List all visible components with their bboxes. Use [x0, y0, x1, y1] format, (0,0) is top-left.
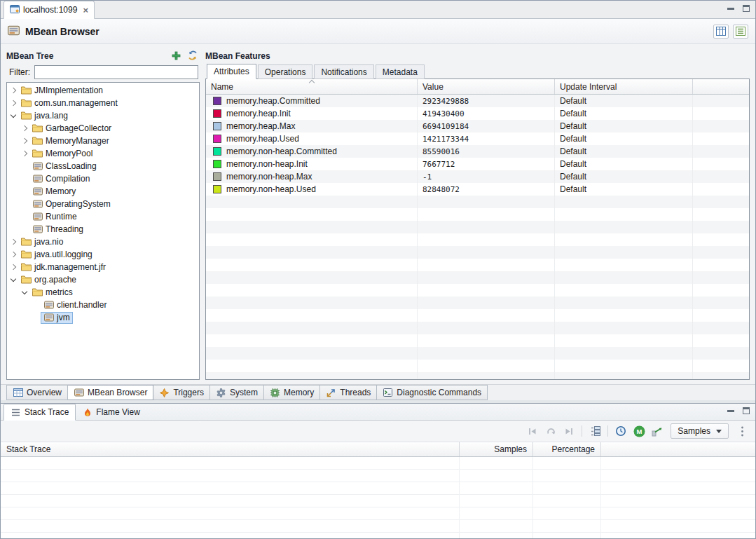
grid-view-icon[interactable] [713, 25, 729, 39]
expand-icon[interactable] [8, 252, 18, 257]
tree-item-com-sun-management[interactable]: com.sun.management [7, 97, 199, 109]
view-tab-triggers[interactable]: Triggers [153, 385, 210, 400]
collapse-icon[interactable] [8, 279, 18, 281]
tree-item-memorymanager[interactable]: MemoryManager [7, 135, 199, 147]
tree-item-org-apache[interactable]: org.apache [7, 273, 199, 286]
attribute-value: 7667712 [418, 158, 555, 170]
expand-icon[interactable] [20, 151, 29, 156]
stack-trace-tabbar: Stack TraceFlame View [1, 404, 755, 421]
tree-item-label: MemoryPool [46, 149, 92, 158]
expand-icon[interactable] [8, 101, 18, 105]
view-tab-memory[interactable]: Memory [264, 385, 320, 400]
tab-notifications[interactable]: Notifications [314, 64, 373, 79]
folder-icon [21, 263, 32, 271]
tree-item-threading[interactable]: Threading [7, 223, 199, 236]
minimize-icon[interactable] [727, 5, 734, 12]
maximize-icon[interactable] [743, 5, 750, 12]
tab-metadata[interactable]: Metadata [376, 64, 425, 79]
attribute-row[interactable]: memory.non-heap.Used82848072Default [206, 183, 749, 196]
connection-tab[interactable]: localhost:1099 × [4, 1, 95, 19]
expand-icon[interactable] [20, 139, 29, 143]
trace-navigate-icon[interactable] [650, 423, 665, 439]
tree-layout-icon[interactable] [587, 423, 603, 439]
tree-item-memory[interactable]: Memory [7, 185, 199, 198]
attributes-table-body[interactable]: memory.heap.Committed2923429888Defaultme… [206, 95, 749, 379]
column-header-percentage[interactable]: Percentage [533, 442, 601, 456]
attribute-row[interactable]: memory.heap.Committed2923429888Default [206, 95, 749, 107]
tab-stack-trace[interactable]: Stack Trace [4, 404, 76, 421]
view-tab-diagnostic-commands[interactable]: Diagnostic Commands [377, 385, 488, 400]
tree-item-classloading[interactable]: ClassLoading [7, 160, 199, 172]
collapse-icon[interactable] [8, 115, 18, 117]
attribute-row[interactable]: memory.non-heap.Init7667712Default [206, 158, 749, 170]
tree-item-jdk-management-jfr[interactable]: jdk.management.jfr [7, 261, 199, 273]
maximize-icon[interactable] [743, 407, 750, 414]
column-header-stack-trace[interactable]: Stack Trace [1, 442, 460, 456]
jump-next-icon[interactable] [561, 423, 577, 439]
attribute-name: memory.heap.Committed [226, 96, 320, 106]
tree-item-java-lang[interactable]: java.lang [7, 109, 199, 122]
tree-item-jvm[interactable]: jvm [7, 311, 199, 324]
tab-attributes[interactable]: Attributes [207, 64, 256, 79]
method-profiling-icon[interactable]: M [631, 423, 647, 439]
filter-row: Filter: [6, 64, 200, 82]
color-swatch [213, 160, 221, 168]
add-icon[interactable] [170, 50, 181, 61]
collapse-icon[interactable] [20, 292, 29, 294]
tab-flame-view[interactable]: Flame View [76, 404, 146, 421]
tree-item-client-handler[interactable]: client.handler [7, 299, 199, 311]
main-area: MBean Tree Filter: JMImplementationcom.s… [1, 44, 755, 384]
tree-item-compilation[interactable]: Compilation [7, 172, 199, 185]
expand-icon[interactable] [8, 88, 18, 93]
column-header-name[interactable]: Name [206, 79, 418, 94]
view-tab-system[interactable]: System [210, 385, 264, 400]
jump-previous-icon[interactable] [525, 423, 540, 439]
expand-icon[interactable] [8, 265, 18, 269]
tree-item-runtime[interactable]: Runtime [7, 210, 199, 223]
attribute-value: 82848072 [418, 183, 555, 196]
attribute-row[interactable]: memory.heap.Used1421173344Default [206, 132, 749, 145]
tree-item-label: Compilation [46, 174, 90, 184]
attribute-row[interactable]: memory.heap.Init419430400Default [206, 107, 749, 120]
clock-icon[interactable] [613, 423, 628, 439]
refresh-icon[interactable] [187, 50, 198, 61]
attribute-row[interactable]: memory.non-heap.Max-1Default [206, 170, 749, 183]
memory-icon [270, 388, 280, 397]
tree-item-java-nio[interactable]: java.nio [7, 236, 199, 248]
console-icon [10, 5, 20, 15]
view-tab-threads[interactable]: Threads [320, 385, 377, 400]
tree-item-jmimplementation[interactable]: JMImplementation [7, 84, 199, 97]
column-header-update-interval[interactable]: Update Interval [555, 79, 693, 94]
column-header-value[interactable]: Value [418, 79, 555, 94]
tree-item-java-util-logging[interactable]: java.util.logging [7, 248, 199, 261]
tree-item-metrics[interactable]: metrics [7, 286, 199, 299]
overflow-menu-icon[interactable] [734, 423, 750, 439]
list-view-icon[interactable] [733, 25, 748, 39]
close-icon[interactable]: × [83, 6, 88, 15]
tree-item-operatingsystem[interactable]: OperatingSystem [7, 198, 199, 210]
tree-item-label: MemoryManager [46, 136, 109, 146]
stack-trace-table-body[interactable] [1, 457, 755, 538]
expand-icon[interactable] [8, 240, 18, 244]
expand-icon[interactable] [20, 126, 29, 130]
empty-row [206, 259, 749, 271]
attribute-row[interactable]: memory.non-heap.Committed85590016Default [206, 145, 749, 158]
view-tab-label: Diagnostic Commands [397, 388, 481, 397]
minimize-icon[interactable] [727, 407, 734, 414]
column-header-samples[interactable]: Samples [460, 442, 533, 456]
mbean-tree[interactable]: JMImplementationcom.sun.managementjava.l… [6, 82, 200, 380]
empty-row [1, 482, 755, 495]
attribute-row[interactable]: memory.heap.Max6694109184Default [206, 120, 749, 132]
tab-operations[interactable]: Operations [258, 64, 313, 79]
stack-trace-toolbar: MSamples [1, 421, 755, 442]
view-tab-mbean-browser[interactable]: MBean Browser [68, 385, 153, 400]
samples-dropdown[interactable]: Samples [671, 423, 729, 439]
page-header: MBean Browser [1, 19, 755, 44]
list-icon [11, 409, 21, 416]
mbean-tree-title: MBean Tree [6, 51, 53, 61]
tree-item-memorypool[interactable]: MemoryPool [7, 147, 199, 160]
rotate-icon[interactable] [543, 423, 558, 439]
view-tab-overview[interactable]: Overview [6, 385, 68, 400]
filter-input[interactable] [34, 65, 198, 79]
tree-item-garbagecollector[interactable]: GarbageCollector [7, 122, 199, 135]
